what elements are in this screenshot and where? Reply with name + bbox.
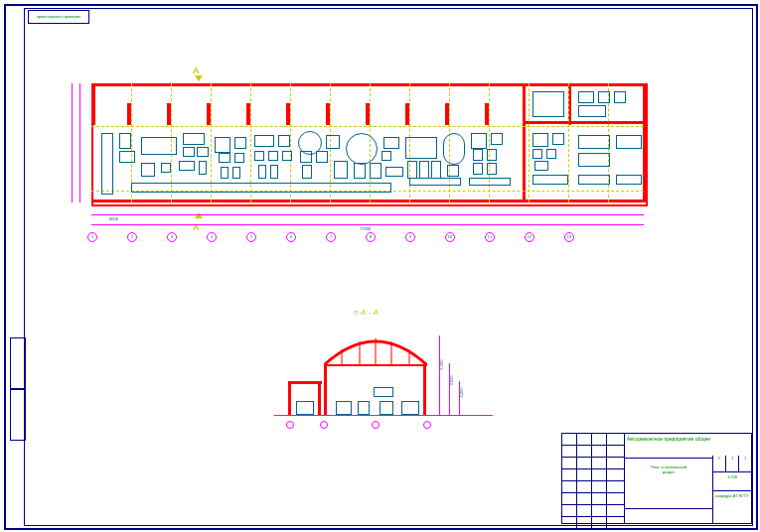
revision-stamp: проектировал проверил bbox=[28, 10, 89, 24]
equipment bbox=[316, 151, 328, 163]
drawing-title: План и поперечный разрез bbox=[624, 459, 713, 509]
stamp-text: проектировал проверил bbox=[37, 14, 81, 19]
dimension-line bbox=[72, 83, 73, 202]
equipment bbox=[131, 183, 391, 193]
equipment bbox=[473, 149, 483, 161]
org-cell: кафедра АТ НГТУ bbox=[713, 491, 751, 527]
equipment bbox=[431, 161, 441, 179]
sheet-text: 1 bbox=[731, 456, 733, 461]
equipment bbox=[334, 161, 348, 179]
partition bbox=[91, 83, 95, 125]
equipment bbox=[381, 151, 391, 161]
equipment bbox=[471, 133, 487, 149]
partition bbox=[91, 83, 646, 86]
equipment bbox=[616, 175, 642, 185]
section-wall bbox=[288, 383, 291, 415]
equipment bbox=[578, 105, 606, 117]
grid-bubble: 3 bbox=[167, 232, 177, 242]
grid-bubble: 8 bbox=[366, 232, 376, 242]
equipment bbox=[326, 135, 340, 149]
section-mark-label: А bbox=[193, 66, 200, 75]
grid-bubble bbox=[286, 421, 294, 429]
equipment bbox=[598, 91, 610, 103]
stage-text: У bbox=[718, 456, 721, 461]
section-title: ○ А - А bbox=[354, 308, 379, 317]
sheets-text: 1 bbox=[744, 456, 746, 461]
equipment bbox=[161, 163, 171, 173]
equipment bbox=[385, 167, 403, 177]
equipment bbox=[282, 151, 292, 161]
title-block-meta: У 1 1 1:200 кафедра АТ НГТУ bbox=[712, 456, 751, 523]
stage-cell: У bbox=[713, 456, 726, 471]
grid-line bbox=[529, 83, 530, 202]
section-interior bbox=[401, 401, 419, 415]
equipment bbox=[469, 178, 511, 186]
equipment bbox=[532, 175, 568, 185]
section-interior bbox=[380, 401, 393, 415]
grid-bubble: 1 bbox=[87, 232, 97, 242]
binding-stamp-1 bbox=[10, 337, 26, 389]
project-title: Авторемонтное предприятие общее bbox=[624, 434, 713, 459]
equipment bbox=[532, 91, 564, 117]
section-roof-arch bbox=[324, 335, 427, 375]
equipment bbox=[407, 161, 417, 179]
equipment bbox=[405, 137, 437, 159]
equipment bbox=[546, 149, 556, 159]
section-label-text: А - А bbox=[361, 308, 379, 317]
grid-line bbox=[91, 126, 644, 127]
equipment bbox=[534, 161, 548, 171]
equipment bbox=[370, 163, 381, 179]
equipment bbox=[221, 167, 228, 179]
drawing-title-text2: разрез bbox=[624, 469, 713, 474]
section-arrow-icon bbox=[195, 212, 203, 218]
equipment bbox=[234, 137, 246, 149]
equipment bbox=[552, 133, 564, 145]
drawing-sheet: проектировал проверил bbox=[4, 4, 758, 530]
equipment bbox=[199, 161, 207, 175]
equipment bbox=[578, 175, 610, 185]
scale-text: 1:200 bbox=[727, 474, 737, 479]
grid-bubble: 9 bbox=[405, 232, 415, 242]
equipment bbox=[119, 151, 135, 163]
section-interior bbox=[296, 401, 314, 415]
grid-bubble: 7 bbox=[326, 232, 336, 242]
org-text: кафедра АТ НГТУ bbox=[715, 493, 748, 498]
dimension-line bbox=[449, 363, 450, 415]
partition bbox=[523, 121, 646, 124]
equipment bbox=[383, 137, 399, 149]
grid-bubble: 5 bbox=[246, 232, 256, 242]
dimension-line bbox=[91, 214, 644, 215]
equipment bbox=[268, 151, 278, 161]
dimension-text: 72000 bbox=[360, 226, 371, 231]
grid-bubble: 12 bbox=[525, 232, 534, 242]
section-interior bbox=[358, 401, 370, 415]
section-wall bbox=[318, 383, 321, 415]
equipment bbox=[300, 151, 312, 163]
equipment bbox=[614, 91, 626, 103]
equipment bbox=[179, 161, 195, 171]
equipment bbox=[197, 147, 209, 157]
partition bbox=[523, 83, 526, 202]
grid-line bbox=[568, 83, 569, 202]
equipment bbox=[578, 91, 594, 103]
dimension-line bbox=[459, 381, 460, 415]
equipment bbox=[354, 163, 366, 179]
equipment bbox=[302, 165, 312, 179]
grid-bubble: 4 bbox=[207, 232, 217, 242]
equipment bbox=[183, 133, 205, 145]
title-block: Авторемонтное предприятие общее План и п… bbox=[561, 433, 752, 524]
dimension-text: 6000 bbox=[109, 216, 118, 221]
title-block-signatures bbox=[562, 434, 625, 523]
section-arrow-icon bbox=[195, 75, 203, 81]
equipment bbox=[346, 133, 378, 165]
equipment bbox=[487, 163, 497, 175]
section-roof bbox=[288, 381, 322, 384]
title-block-titles: Авторемонтное предприятие общее План и п… bbox=[624, 434, 713, 523]
equipment bbox=[578, 153, 610, 167]
section-interior bbox=[374, 387, 393, 397]
equipment bbox=[443, 133, 465, 165]
equipment bbox=[215, 137, 230, 153]
cross-section: ○ А - А 6,000 3, bbox=[284, 324, 483, 433]
equipment bbox=[183, 147, 195, 157]
grid-bubble: 10 bbox=[445, 232, 455, 242]
